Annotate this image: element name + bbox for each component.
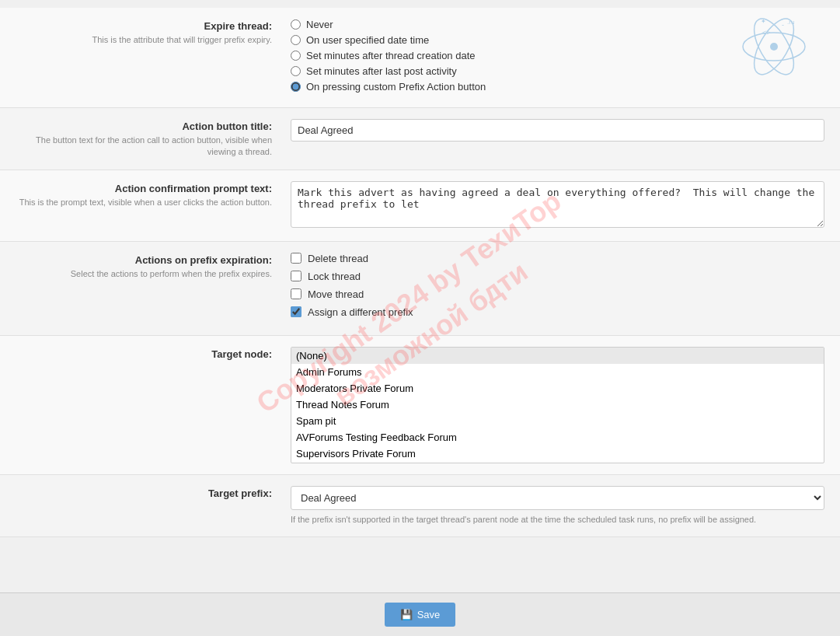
action-lock-label[interactable]: Lock thread xyxy=(308,271,361,282)
footer-bar: 💾 Save xyxy=(0,592,840,636)
target-prefix-hint: If the prefix isn't supported in the tar… xyxy=(291,514,824,526)
save-button[interactable]: 💾 Save xyxy=(385,603,456,627)
action-button-title-sublabel: The button text for the action call to a… xyxy=(16,135,272,159)
expire-never-label[interactable]: Never xyxy=(306,19,333,30)
action-delete-option: Delete thread xyxy=(291,253,824,264)
target-node-option-avforums[interactable]: AVForums Testing Feedback Forum xyxy=(291,429,824,446)
action-button-title-input[interactable] xyxy=(291,119,824,142)
expire-user-date-radio[interactable] xyxy=(291,35,301,45)
target-prefix-field: Deal Agreed If the prefix isn't supporte… xyxy=(288,486,824,526)
target-node-row: Target node: (None) Admin Forums Moderat… xyxy=(0,336,840,475)
expire-minutes-last-radio[interactable] xyxy=(291,66,301,76)
action-confirmation-prompt-sublabel: This is the prompt text, visible when a … xyxy=(16,197,272,208)
action-assign-prefix-label[interactable]: Assign a different prefix xyxy=(308,306,413,318)
actions-on-prefix-expiration-row: Actions on prefix expiration: Select the… xyxy=(0,242,840,336)
actions-on-prefix-expiration-label: Actions on prefix expiration: xyxy=(16,254,272,266)
content-area: Expire thread: This is the attribute tha… xyxy=(0,0,840,584)
svg-text:.ru: .ru xyxy=(787,19,794,26)
save-icon: 💾 xyxy=(400,609,413,620)
target-prefix-label: Target prefix: xyxy=(16,487,272,499)
expire-thread-label: Expire thread: xyxy=(16,20,272,32)
target-node-option-admin[interactable]: Admin Forums xyxy=(291,364,824,380)
target-node-label: Target node: xyxy=(16,348,272,360)
action-delete-checkbox[interactable] xyxy=(291,253,301,264)
svg-text:✦: ✦ xyxy=(761,18,766,25)
action-button-title-field xyxy=(288,119,824,142)
target-node-field: (None) Admin Forums Moderators Private F… xyxy=(288,347,824,463)
action-confirmation-prompt-label: Action confirmation prompt text: xyxy=(16,183,272,194)
logo-area: - .ru ✦ <> xyxy=(739,12,809,84)
actions-on-prefix-expiration-field: Delete thread Lock thread Move thread As… xyxy=(288,253,824,324)
target-node-option-thread-notes[interactable]: Thread Notes Forum xyxy=(291,397,824,413)
actions-on-prefix-expiration-sublabel: Select the actions to perform when the p… xyxy=(16,268,272,280)
action-confirmation-prompt-label-col: Action confirmation prompt text: This is… xyxy=(16,181,288,208)
save-label: Save xyxy=(417,609,441,620)
action-lock-option: Lock thread xyxy=(291,271,824,282)
expire-minutes-creation-radio[interactable] xyxy=(291,51,301,61)
expire-custom-button-label[interactable]: On pressing custom Prefix Action button xyxy=(306,81,486,93)
expire-thread-row: Expire thread: This is the attribute tha… xyxy=(0,8,840,108)
action-button-title-label: Action button title: xyxy=(16,121,272,132)
action-confirmation-prompt-field: Mark this advert as having agreed a deal… xyxy=(288,181,824,230)
action-move-option: Move thread xyxy=(291,288,824,300)
target-node-select[interactable]: (None) Admin Forums Moderators Private F… xyxy=(291,347,824,463)
target-node-label-col: Target node: xyxy=(16,347,288,360)
svg-text:-: - xyxy=(782,21,784,29)
action-delete-label[interactable]: Delete thread xyxy=(308,253,368,264)
action-lock-checkbox[interactable] xyxy=(291,271,301,281)
target-node-option-none[interactable]: (None) xyxy=(291,348,824,364)
expire-custom-button-radio[interactable] xyxy=(291,82,301,92)
action-button-title-label-col: Action button title: The button text for… xyxy=(16,119,288,159)
target-node-option-spam-pit[interactable]: Spam pit xyxy=(291,413,824,429)
action-move-label[interactable]: Move thread xyxy=(308,288,364,300)
svg-point-3 xyxy=(770,43,778,51)
expire-thread-sublabel: This is the attribute that will trigger … xyxy=(16,34,272,46)
action-confirmation-prompt-textarea[interactable]: Mark this advert as having agreed a deal… xyxy=(291,181,824,228)
target-prefix-row: Target prefix: Deal Agreed If the prefix… xyxy=(0,475,840,537)
expire-minutes-creation-label[interactable]: Set minutes after thread creation date xyxy=(306,50,476,61)
action-assign-prefix-option: Assign a different prefix xyxy=(291,306,824,318)
target-prefix-label-col: Target prefix: xyxy=(16,486,288,499)
action-button-title-row: Action button title: The button text for… xyxy=(0,108,840,170)
action-assign-prefix-checkbox[interactable] xyxy=(291,306,301,317)
target-node-option-supervisors[interactable]: Supervisors Private Forum xyxy=(291,446,824,462)
target-prefix-select[interactable]: Deal Agreed xyxy=(291,486,824,510)
expire-never-radio[interactable] xyxy=(291,19,301,30)
actions-on-prefix-expiration-label-col: Actions on prefix expiration: Select the… xyxy=(16,253,288,280)
expire-user-date-label[interactable]: On user specified date time xyxy=(306,34,429,46)
expire-minutes-last-label[interactable]: Set minutes after last post activity xyxy=(306,65,457,77)
svg-text:<>: <> xyxy=(762,29,771,37)
expire-thread-label-col: Expire thread: This is the attribute tha… xyxy=(16,19,288,46)
page-wrapper: - .ru ✦ <> Expire thread: This is the at… xyxy=(0,0,840,636)
target-node-option-mod-private[interactable]: Moderators Private Forum xyxy=(291,380,824,397)
action-move-checkbox[interactable] xyxy=(291,288,301,299)
action-confirmation-prompt-row: Action confirmation prompt text: This is… xyxy=(0,170,840,242)
